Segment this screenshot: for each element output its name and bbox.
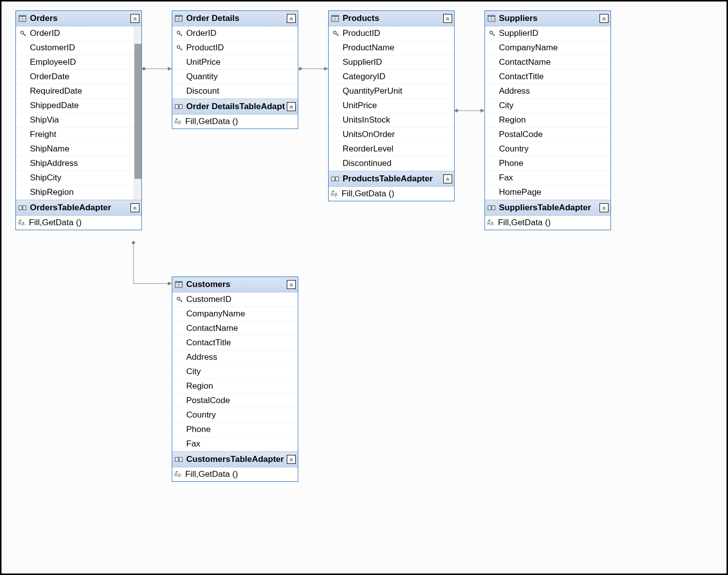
- collapse-icon[interactable]: [130, 203, 139, 212]
- vertical-scrollbar[interactable]: [134, 26, 141, 200]
- table-orderdetails[interactable]: Order DetailsOrderIDProductIDUnitPriceQu…: [172, 10, 298, 129]
- column-row[interactable]: OrderID: [16, 26, 134, 41]
- column-row[interactable]: HomePage: [485, 185, 610, 200]
- column-row[interactable]: Discount: [172, 84, 298, 99]
- table-header[interactable]: Suppliers: [485, 11, 610, 26]
- column-row[interactable]: City: [485, 99, 610, 113]
- table-adapter-header[interactable]: CustomersTableAdapter: [172, 451, 298, 467]
- table-adapter-header[interactable]: Order DetailsTableAdapter: [172, 99, 298, 115]
- collapse-icon[interactable]: [130, 14, 139, 23]
- column-row[interactable]: Phone: [172, 423, 298, 437]
- svg-rect-39: [332, 15, 339, 17]
- column-row[interactable]: CustomerID: [172, 292, 298, 307]
- column-row[interactable]: ContactName: [485, 55, 610, 70]
- column-row[interactable]: PostalCode: [485, 128, 610, 142]
- column-row[interactable]: Country: [485, 142, 610, 156]
- collapse-icon[interactable]: [600, 14, 608, 23]
- adapter-method: Fill,GetData (): [185, 117, 238, 127]
- column-row[interactable]: UnitsInStock: [329, 113, 454, 128]
- column-row[interactable]: ShipAddress: [16, 156, 134, 171]
- column-row[interactable]: OrderID: [172, 26, 298, 41]
- column-row[interactable]: ShipName: [16, 142, 134, 156]
- column-row[interactable]: Fax: [172, 437, 298, 451]
- adapter-method-row[interactable]: SQLFill,GetData (): [172, 115, 298, 129]
- adapter-method-row[interactable]: SQLFill,GetData (): [172, 467, 298, 481]
- column-name: Region: [185, 381, 213, 391]
- column-row[interactable]: ShipVia: [16, 113, 134, 128]
- column-name: ReorderLevel: [342, 144, 393, 154]
- column-row[interactable]: ReorderLevel: [329, 142, 454, 156]
- table-adapter-header[interactable]: ProductsTableAdapter: [329, 171, 454, 187]
- table-adapter-header[interactable]: OrdersTableAdapter: [16, 200, 141, 216]
- column-row[interactable]: ProductID: [329, 26, 454, 41]
- adapter-method-row[interactable]: SQLFill,GetData (): [329, 187, 454, 201]
- column-row[interactable]: Phone: [485, 156, 610, 171]
- column-row[interactable]: QuantityPerUnit: [329, 84, 454, 99]
- column-row[interactable]: ShipRegion: [16, 185, 134, 200]
- column-row[interactable]: EmployeeID: [16, 55, 134, 70]
- table-header[interactable]: Products: [329, 11, 454, 26]
- column-row[interactable]: CategoryID: [329, 70, 454, 84]
- svg-rect-70: [175, 457, 178, 461]
- column-row[interactable]: Region: [172, 379, 298, 394]
- column-row[interactable]: SupplierID: [329, 55, 454, 70]
- column-name: Address: [185, 352, 217, 362]
- table-header[interactable]: Orders: [16, 11, 141, 26]
- column-row[interactable]: CustomerID: [16, 41, 134, 55]
- collapse-icon[interactable]: [287, 455, 296, 464]
- column-name: Phone: [185, 425, 211, 434]
- column-row[interactable]: RequiredDate: [16, 84, 134, 99]
- column-row[interactable]: ContactTitle: [172, 336, 298, 350]
- column-row[interactable]: Fax: [485, 171, 610, 185]
- column-row[interactable]: UnitsOnOrder: [329, 128, 454, 142]
- column-row[interactable]: Address: [172, 350, 298, 365]
- column-row[interactable]: ContactTitle: [485, 70, 610, 84]
- collapse-icon[interactable]: [443, 174, 452, 183]
- column-row[interactable]: UnitPrice: [172, 55, 298, 70]
- collapse-icon[interactable]: [600, 203, 608, 212]
- table-orders[interactable]: OrdersOrderIDCustomerIDEmployeeIDOrderDa…: [15, 10, 142, 230]
- column-row[interactable]: Country: [172, 408, 298, 423]
- column-name: Discontinued: [342, 158, 391, 168]
- sql-icon: SQL: [487, 218, 496, 227]
- column-row[interactable]: Region: [485, 113, 610, 128]
- adapter-method: Fill,GetData (): [185, 469, 238, 479]
- column-row[interactable]: ProductID: [172, 41, 298, 55]
- collapse-icon[interactable]: [287, 102, 296, 111]
- primary-key-icon: [18, 30, 29, 37]
- table-customers[interactable]: CustomersCustomerIDCompanyNameContactNam…: [172, 277, 298, 482]
- column-row[interactable]: ProductName: [329, 41, 454, 55]
- table-suppliers[interactable]: SuppliersSupplierIDCompanyNameContactNam…: [485, 10, 611, 230]
- collapse-icon[interactable]: [287, 14, 296, 23]
- table-products[interactable]: ProductsProductIDProductNameSupplierIDCa…: [328, 10, 455, 201]
- column-row[interactable]: UnitPrice: [329, 99, 454, 113]
- table-title: Customers: [185, 280, 285, 289]
- column-row[interactable]: Freight: [16, 128, 134, 142]
- column-name: PostalCode: [498, 130, 543, 140]
- svg-text:SQL: SQL: [174, 120, 182, 125]
- column-row[interactable]: City: [172, 365, 298, 379]
- column-row[interactable]: CompanyName: [172, 307, 298, 321]
- column-row[interactable]: Discontinued: [329, 156, 454, 171]
- table-header[interactable]: Order Details: [172, 11, 298, 26]
- collapse-icon[interactable]: [287, 280, 296, 289]
- collapse-icon[interactable]: [443, 14, 452, 23]
- adapter-title: OrdersTableAdapter: [29, 203, 128, 213]
- column-row[interactable]: OrderDate: [16, 70, 134, 84]
- column-row[interactable]: ShippedDate: [16, 99, 134, 113]
- column-row[interactable]: ShipCity: [16, 171, 134, 185]
- column-row[interactable]: CompanyName: [485, 41, 610, 55]
- column-name: UnitPrice: [342, 101, 377, 111]
- column-name: ProductName: [342, 43, 394, 53]
- column-row[interactable]: SupplierID: [485, 26, 610, 41]
- dataset-designer-canvas[interactable]: OrdersOrderIDCustomerIDEmployeeIDOrderDa…: [0, 0, 728, 575]
- table-header[interactable]: Customers: [172, 277, 298, 292]
- column-row[interactable]: Quantity: [172, 70, 298, 84]
- column-row[interactable]: PostalCode: [172, 394, 298, 408]
- column-row[interactable]: ContactName: [172, 321, 298, 336]
- table-icon: [331, 14, 340, 23]
- table-adapter-header[interactable]: SuppliersTableAdapter: [485, 200, 610, 216]
- adapter-method-row[interactable]: SQLFill,GetData (): [16, 216, 141, 230]
- adapter-method-row[interactable]: SQLFill,GetData (): [485, 216, 610, 230]
- column-row[interactable]: Address: [485, 84, 610, 99]
